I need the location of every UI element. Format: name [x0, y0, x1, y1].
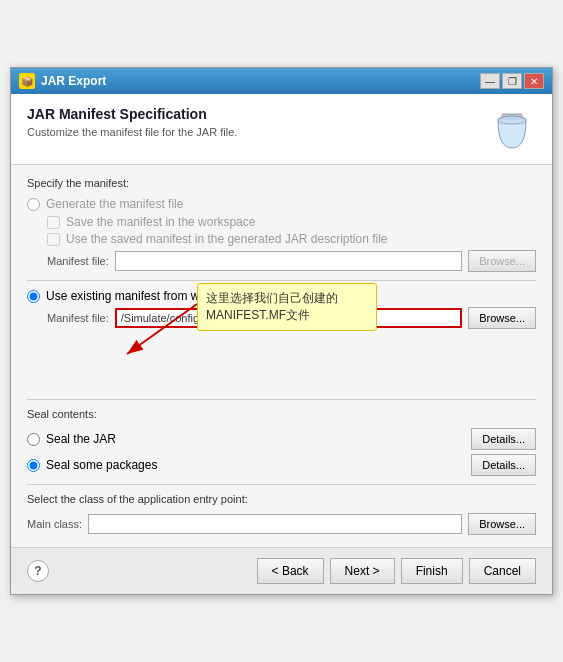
- entry-point-label: Select the class of the application entr…: [27, 493, 536, 505]
- seal-label: Seal contents:: [27, 408, 536, 420]
- use-existing-radio[interactable]: [27, 290, 40, 303]
- generate-manifest-radio[interactable]: [27, 198, 40, 211]
- seal-jar-left: Seal the JAR: [27, 432, 116, 446]
- seal-jar-row: Seal the JAR Details...: [27, 428, 536, 450]
- manifest-file-label1: Manifest file:: [47, 255, 109, 267]
- seal-packages-details-button[interactable]: Details...: [471, 454, 536, 476]
- generate-manifest-group: Generate the manifest file Save the mani…: [27, 197, 536, 272]
- next-button[interactable]: Next >: [330, 558, 395, 584]
- window-title: JAR Export: [41, 74, 106, 88]
- manifest-file-input1[interactable]: [115, 251, 462, 271]
- main-class-input[interactable]: [88, 514, 462, 534]
- use-saved-label: Use the saved manifest in the generated …: [66, 232, 388, 246]
- footer: ? < Back Next > Finish Cancel: [11, 547, 552, 594]
- restore-button[interactable]: ❐: [502, 73, 522, 89]
- minimize-button[interactable]: —: [480, 73, 500, 89]
- annotation-text: 这里选择我们自己创建的MANIFEST.MF文件: [206, 291, 338, 322]
- use-existing-section: Use existing manifest from workspace Man…: [27, 289, 536, 329]
- title-bar-controls: — ❐ ✕: [480, 73, 544, 89]
- specify-manifest-label: Specify the manifest:: [27, 177, 536, 189]
- footer-left: ?: [27, 560, 49, 582]
- seal-jar-label: Seal the JAR: [46, 432, 116, 446]
- jar-title-icon: 📦: [19, 73, 35, 89]
- browse-button2[interactable]: Browse...: [468, 307, 536, 329]
- annotation-arrow: [107, 299, 207, 369]
- use-saved-row: Use the saved manifest in the generated …: [47, 232, 536, 246]
- seal-section: Seal contents: Seal the JAR Details... S…: [27, 408, 536, 476]
- divider3: [27, 484, 536, 485]
- seal-packages-row: Seal some packages Details...: [27, 454, 536, 476]
- seal-packages-radio[interactable]: [27, 459, 40, 472]
- svg-point-2: [498, 116, 526, 124]
- manifest-file-row1: Manifest file: Browse...: [47, 250, 536, 272]
- footer-right: < Back Next > Finish Cancel: [257, 558, 536, 584]
- back-button[interactable]: < Back: [257, 558, 324, 584]
- help-button[interactable]: ?: [27, 560, 49, 582]
- divider1: [27, 280, 536, 281]
- main-class-browse-button[interactable]: Browse...: [468, 513, 536, 535]
- generate-manifest-label: Generate the manifest file: [46, 197, 183, 211]
- title-bar: 📦 JAR Export — ❐ ✕: [11, 68, 552, 94]
- seal-jar-details-button[interactable]: Details...: [471, 428, 536, 450]
- browse-button1[interactable]: Browse...: [468, 250, 536, 272]
- main-window: 📦 JAR Export — ❐ ✕ JAR Manifest Specific…: [10, 67, 553, 595]
- main-class-row: Main class: Browse...: [27, 513, 536, 535]
- save-manifest-checkbox[interactable]: [47, 216, 60, 229]
- title-bar-left: 📦 JAR Export: [19, 73, 106, 89]
- seal-packages-left: Seal some packages: [27, 458, 157, 472]
- manifest-file-label2: Manifest file:: [47, 312, 109, 324]
- annotation-box: 这里选择我们自己创建的MANIFEST.MF文件: [197, 283, 377, 331]
- close-button[interactable]: ✕: [524, 73, 544, 89]
- jar-icon: [488, 106, 536, 154]
- save-manifest-label: Save the manifest in the workspace: [66, 215, 255, 229]
- use-saved-checkbox[interactable]: [47, 233, 60, 246]
- seal-jar-radio[interactable]: [27, 433, 40, 446]
- finish-button[interactable]: Finish: [401, 558, 463, 584]
- seal-packages-label: Seal some packages: [46, 458, 157, 472]
- page-subtitle: Customize the manifest file for the JAR …: [27, 126, 237, 138]
- cancel-button[interactable]: Cancel: [469, 558, 536, 584]
- save-manifest-row: Save the manifest in the workspace: [47, 215, 536, 229]
- generate-manifest-row: Generate the manifest file: [27, 197, 536, 211]
- content-area: Specify the manifest: Generate the manif…: [11, 165, 552, 547]
- main-class-label: Main class:: [27, 518, 82, 530]
- header-text: JAR Manifest Specification Customize the…: [27, 106, 237, 138]
- entry-point-section: Select the class of the application entr…: [27, 493, 536, 535]
- header-section: JAR Manifest Specification Customize the…: [11, 94, 552, 165]
- divider2: [27, 399, 536, 400]
- page-title: JAR Manifest Specification: [27, 106, 237, 122]
- svg-line-5: [127, 304, 197, 354]
